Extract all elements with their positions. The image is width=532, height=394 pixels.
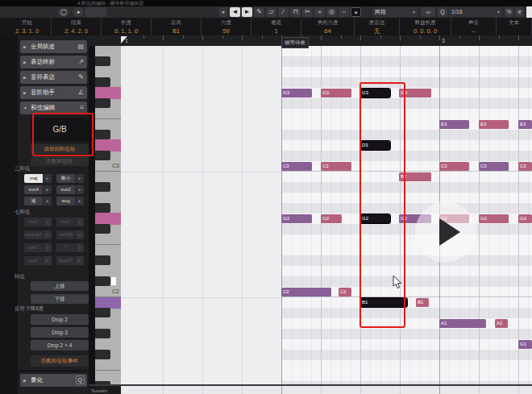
info-field-2[interactable]: 结束2. 4. 2. 0 <box>52 18 102 35</box>
seventh-button-min7[interactable]: min7► <box>56 218 84 226</box>
split-tool[interactable]: ✂ <box>302 7 313 17</box>
triad-button-aug[interactable]: aug► <box>56 197 84 205</box>
triad-button-[interactable]: 减► <box>24 197 52 205</box>
quantize-icon[interactable]: Q <box>438 7 447 17</box>
sidebar-section-scale-assistant[interactable]: ▶音阶助手∠ <box>20 86 87 99</box>
info-field-1[interactable]: 开始2. 3. 1. 0 <box>3 18 52 35</box>
info-field-6[interactable]: 通道1 <box>251 18 301 35</box>
disabled-pill-button[interactable]: ·· <box>85 7 106 17</box>
playhead-marker[interactable] <box>121 36 127 44</box>
triad-button-[interactable]: 最小► <box>56 174 84 183</box>
draw-tool[interactable]: ✎ <box>254 7 264 17</box>
midi-note-G1[interactable]: G1 <box>518 340 532 349</box>
move-down-button[interactable]: 下移 <box>31 294 89 304</box>
black-key[interactable] <box>95 151 110 160</box>
midi-note-C2[interactable]: C2 <box>339 288 351 297</box>
midi-note-G2[interactable]: G2 <box>518 214 532 223</box>
info-field-9[interactable]: 释放长度0. 0. 0. 0 <box>400 18 451 35</box>
black-key[interactable] <box>95 224 110 234</box>
sidebar-section-global-tracks[interactable]: ▶全局轨道▤ <box>20 40 87 53</box>
drop-button-1[interactable]: Drop 2 <box>31 314 89 325</box>
black-key[interactable] <box>95 56 110 66</box>
record-dot-icon[interactable]: ● <box>73 7 84 17</box>
midi-note-G2[interactable]: G2 <box>281 214 312 223</box>
seventh-button-maj7[interactable]: maj7► <box>24 218 52 226</box>
object-selection-tool[interactable]: ► <box>242 7 252 17</box>
crossed-sticks-toggle[interactable]: × <box>351 7 361 17</box>
midi-note-G2[interactable]: G2 <box>321 214 342 223</box>
midi-note-C3[interactable]: C3 <box>281 162 312 171</box>
zoom-tool[interactable]: ◎ <box>326 7 337 17</box>
black-key[interactable] <box>95 77 110 87</box>
loop-icon[interactable]: ◯ <box>58 7 69 17</box>
match-chord-track-button[interactable]: 匹配和弦轨 <box>31 156 89 166</box>
black-key[interactable] <box>95 182 110 192</box>
sidebar-section-note-expression[interactable]: ▶音符表达✎ <box>20 71 87 84</box>
trim-tool[interactable]: ∕ <box>278 7 289 17</box>
midi-note-G3[interactable]: G3 <box>281 89 312 97</box>
swing-quantize-icon[interactable]: % <box>505 7 513 17</box>
info-field-3[interactable]: 长度0. 1. 1. 0 <box>102 18 152 35</box>
highlighted-key-G3[interactable] <box>95 87 121 99</box>
timeline-ruler[interactable]: 13 <box>121 35 532 47</box>
tool-dropdown-arrow[interactable]: ▼ <box>219 7 227 17</box>
acoustic-feedback-tool[interactable]: ◄ <box>230 7 240 17</box>
drop-button-2[interactable]: Drop 3 <box>31 327 89 338</box>
seventh-button-dim7[interactable]: dim7► <box>24 243 52 252</box>
black-key[interactable] <box>95 329 110 338</box>
black-key[interactable] <box>95 98 110 108</box>
midi-note-A1[interactable]: A1 <box>439 319 486 328</box>
black-key[interactable] <box>95 276 110 286</box>
seventh-button-augM7[interactable]: aug/M7► <box>56 256 84 265</box>
match-chord-events-button[interactable]: 匹配和弦轨事件 <box>31 355 89 367</box>
piano-keyboard[interactable]: C3C2 <box>95 46 122 384</box>
midi-note-C3[interactable]: C3 <box>439 162 469 171</box>
midi-note-G2[interactable]: G2 <box>479 214 509 223</box>
quantize-preset-dropdown[interactable]: 1/16▼ <box>449 7 502 17</box>
info-field-5[interactable]: 力度59 <box>202 18 251 35</box>
midi-note-C2[interactable]: C2 <box>281 288 331 297</box>
midi-note-E3[interactable]: E3 <box>439 120 469 129</box>
midi-note-G3[interactable]: G3 <box>321 89 351 97</box>
glue-tool[interactable]: ⊓ <box>290 7 301 17</box>
mute-tool[interactable]: × <box>314 7 325 17</box>
midi-note-C3[interactable]: C3 <box>518 162 532 171</box>
seventh-button-min7b5[interactable]: min7b5► <box>56 230 84 239</box>
triad-button-sus2[interactable]: sus2► <box>56 185 84 194</box>
midi-note-C3[interactable]: C3 <box>479 162 509 171</box>
black-key[interactable] <box>95 203 110 213</box>
black-key[interactable] <box>95 350 110 359</box>
black-key[interactable] <box>95 130 110 139</box>
midi-note-B1[interactable]: B1 <box>416 298 429 307</box>
black-key[interactable] <box>95 308 110 317</box>
grid-adjust-button[interactable]: -|+ <box>421 7 435 17</box>
black-key[interactable] <box>95 255 110 265</box>
move-up-button[interactable]: 上移 <box>31 281 89 291</box>
sidebar-section-quantize[interactable]: ▶量化Q <box>20 374 87 387</box>
length-quantize-icon[interactable]: e <box>515 7 524 17</box>
midi-note-E3[interactable]: E3 <box>518 120 532 129</box>
info-field-7[interactable]: 关闭力度64 <box>301 18 355 35</box>
drop-button-3[interactable]: Drop 2 + 4 <box>31 340 89 350</box>
highlighted-key-B1[interactable] <box>95 297 121 309</box>
triad-button-sus4[interactable]: sus4► <box>24 185 52 194</box>
controller-lane[interactable] <box>121 384 532 394</box>
erase-tool[interactable]: ▱ <box>266 7 276 17</box>
line-tool[interactable]: ~ <box>339 7 349 17</box>
grid-type-dropdown[interactable]: 网格▼ <box>372 7 418 17</box>
sidebar-section-expression-map[interactable]: ▶表达映射↗ <box>20 56 87 68</box>
controller-lane-header[interactable]: Sustain <box>89 384 121 394</box>
seventh-button-minmaj7[interactable]: min(maj7)► <box>24 230 52 239</box>
seventh-button-aug7[interactable]: aug7► <box>24 256 52 265</box>
video-play-button[interactable] <box>415 201 476 263</box>
seventh-button-7[interactable]: 7► <box>56 243 84 252</box>
info-field-11[interactable]: 文本 <box>497 18 532 35</box>
midi-note-E3[interactable]: E3 <box>479 120 509 129</box>
info-field-8[interactable]: 发音法无 <box>355 18 400 35</box>
highlighted-key-G2[interactable] <box>95 213 121 225</box>
midi-note-A1[interactable]: A1 <box>495 319 508 328</box>
info-field-4[interactable]: 音高B1 <box>152 18 202 35</box>
triad-button-maj[interactable]: maj► <box>24 174 52 183</box>
info-field-10[interactable]: 声音– <box>451 18 497 35</box>
highlighted-key-D3[interactable] <box>95 139 121 151</box>
